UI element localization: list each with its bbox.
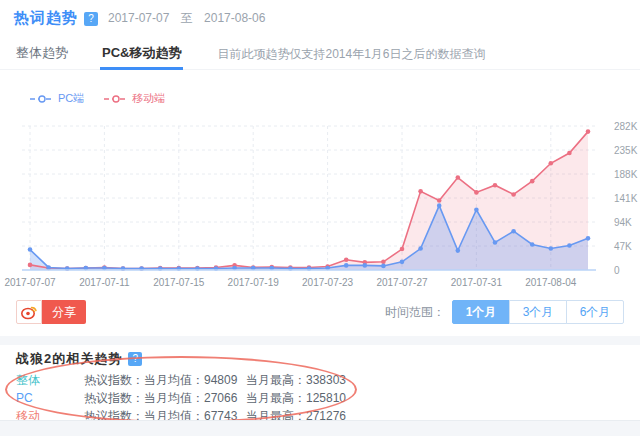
related-title: 战狼2的相关趋势 <box>16 350 122 368</box>
tab-notice: 目前此项趋势仅支持2014年1月6日之后的数据查询 <box>217 46 485 63</box>
weibo-share-button[interactable]: 分享 <box>16 300 86 324</box>
footer-strip <box>0 420 640 436</box>
x-tick-label: 2017-07-19 <box>216 277 290 288</box>
legend-marker-icon <box>104 94 128 104</box>
legend-item-0[interactable]: PC端 <box>30 91 84 106</box>
y-tick-label: 188K <box>614 169 637 180</box>
tab-bar: 整体趋势PC&移动趋势 目前此项趋势仅支持2014年1月6日之后的数据查询 <box>0 40 640 70</box>
table-row: PC热议指数：当月均值：27066当月最高：125810 <box>16 389 624 407</box>
time-range-group: 时间范围： 1个月3个月6个月 <box>385 300 624 324</box>
y-tick-label: 0 <box>614 265 620 276</box>
legend-label: PC端 <box>58 91 84 106</box>
row-label: PC <box>16 391 84 405</box>
date-end: 2017-08-06 <box>204 11 265 25</box>
weibo-icon <box>16 300 42 324</box>
chart-legend: PC端移动端 <box>30 91 185 106</box>
date-start: 2017-07-07 <box>108 11 169 25</box>
row-monthly-average: 热议指数：当月均值：94809 <box>84 372 246 389</box>
trend-chart[interactable]: 047K94K141K188K235K282K 2017-07-072017-0… <box>0 108 640 298</box>
row-monthly-max: 当月最高：125810 <box>246 390 346 407</box>
time-range-button-1[interactable]: 3个月 <box>509 300 567 324</box>
date-separator: 至 <box>181 11 193 25</box>
row-label: 整体 <box>16 372 84 389</box>
y-tick-label: 47K <box>614 241 632 252</box>
time-range-button-2[interactable]: 6个月 <box>566 300 624 324</box>
y-tick-label: 141K <box>614 193 637 204</box>
chart-canvas[interactable] <box>8 112 608 292</box>
page-title: 热词趋势 <box>14 9 78 28</box>
y-tick-label: 94K <box>614 217 632 228</box>
controls-row: 分享 时间范围： 1个月3个月6个月 <box>16 299 624 325</box>
legend-item-1[interactable]: 移动端 <box>104 91 165 106</box>
tabs: 整体趋势PC&移动趋势 <box>16 40 215 70</box>
related-trends-section: 战狼2的相关趋势 ? 整体热议指数：当月均值：94809当月最高：338303P… <box>0 345 640 420</box>
date-range: 2017-07-07 至 2017-08-06 <box>108 10 265 27</box>
table-row: 整体热议指数：当月均值：94809当月最高：338303 <box>16 371 624 389</box>
help-icon[interactable]: ? <box>84 12 98 26</box>
x-tick-label: 2017-07-15 <box>142 277 216 288</box>
legend-label: 移动端 <box>132 91 165 106</box>
tab-1[interactable]: PC&移动趋势 <box>102 40 181 70</box>
section-divider <box>0 336 640 345</box>
y-tick-label: 282K <box>614 121 637 132</box>
share-label: 分享 <box>42 300 86 324</box>
related-table: 整体热议指数：当月均值：94809当月最高：338303PC热议指数：当月均值：… <box>16 371 624 425</box>
x-tick-label: 2017-07-27 <box>365 277 439 288</box>
x-tick-label: 2017-08-04 <box>514 277 588 288</box>
x-tick-label: 2017-07-23 <box>291 277 365 288</box>
x-tick-label: 2017-07-11 <box>67 277 141 288</box>
row-monthly-average: 热议指数：当月均值：27066 <box>84 390 246 407</box>
y-tick-label: 235K <box>614 145 637 156</box>
help-icon[interactable]: ? <box>128 352 142 366</box>
row-monthly-max: 当月最高：338303 <box>246 372 346 389</box>
time-range-label: 时间范围： <box>385 304 445 321</box>
tab-0[interactable]: 整体趋势 <box>16 40 68 70</box>
hot-word-trend-panel: 热词趋势 ? 2017-07-07 至 2017-08-06 整体趋势PC&移动… <box>0 0 640 436</box>
x-tick-label: 2017-07-31 <box>439 277 513 288</box>
x-tick-label: 2017-07-07 <box>0 277 67 288</box>
time-range-buttons: 1个月3个月6个月 <box>453 300 624 324</box>
header: 热词趋势 ? 2017-07-07 至 2017-08-06 <box>14 9 265 28</box>
time-range-button-0[interactable]: 1个月 <box>452 300 510 324</box>
legend-marker-icon <box>30 94 54 104</box>
